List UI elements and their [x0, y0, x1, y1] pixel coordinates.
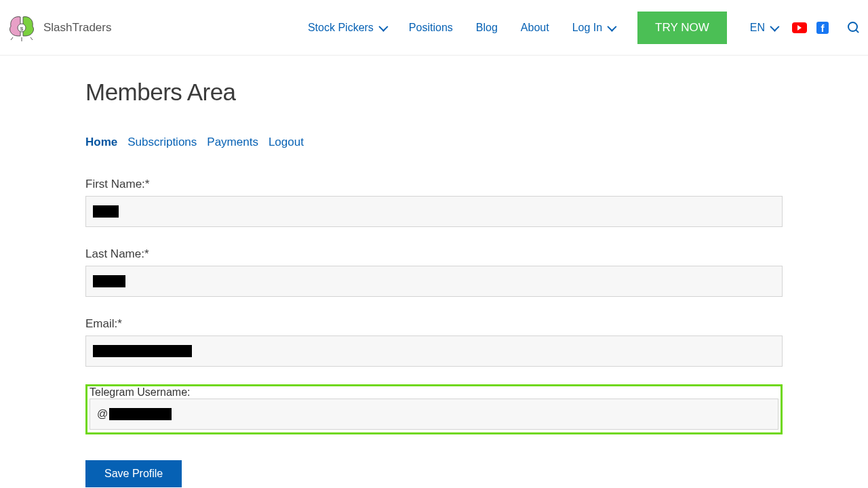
page-title: Members Area: [85, 79, 783, 106]
email-field: Email:*: [85, 317, 783, 367]
main-nav: Stock Pickers Positions Blog About Log I…: [308, 12, 777, 44]
nav-stock-pickers[interactable]: Stock Pickers: [308, 22, 386, 34]
member-tabs: Home Subscriptions Payments Logout: [85, 136, 783, 149]
facebook-icon[interactable]: f: [816, 22, 829, 34]
chevron-down-icon: [770, 22, 779, 31]
main-content: Members Area Home Subscriptions Payments…: [85, 56, 783, 488]
last-name-field: Last Name:*: [85, 247, 783, 297]
redacted-value: [93, 345, 192, 357]
nav-stock-pickers-label: Stock Pickers: [308, 22, 374, 34]
first-name-field: First Name:*: [85, 178, 783, 227]
redacted-value: [93, 275, 125, 287]
nav-language[interactable]: EN: [750, 22, 777, 34]
email-input[interactable]: [85, 336, 783, 367]
svg-line-3: [31, 37, 33, 40]
last-name-input[interactable]: [85, 266, 783, 297]
email-label: Email:*: [85, 317, 783, 331]
nav-login[interactable]: Log In: [572, 22, 614, 34]
chevron-down-icon: [378, 22, 388, 31]
tab-home[interactable]: Home: [85, 136, 117, 149]
chevron-down-icon: [607, 22, 616, 31]
brand-name: SlashTraders: [43, 21, 111, 35]
logo[interactable]: $ SlashTraders: [7, 13, 111, 43]
telegram-label: Telegram Username:: [90, 386, 191, 398]
youtube-icon[interactable]: [792, 22, 807, 33]
redacted-value: [109, 408, 172, 420]
nav-language-label: EN: [750, 22, 765, 34]
tab-logout[interactable]: Logout: [269, 136, 304, 149]
try-now-button[interactable]: TRY NOW: [637, 12, 727, 44]
svg-line-2: [11, 37, 13, 40]
svg-text:$: $: [20, 26, 24, 32]
first-name-label: First Name:*: [85, 178, 783, 191]
brain-icon: $: [7, 13, 39, 43]
header: $ SlashTraders Stock Pickers Positions B…: [0, 0, 868, 56]
last-name-label: Last Name:*: [85, 247, 783, 261]
header-social: f: [792, 22, 860, 34]
search-icon[interactable]: [848, 22, 860, 34]
telegram-prefix: @: [97, 408, 108, 420]
save-profile-button[interactable]: Save Profile: [85, 460, 182, 487]
nav-about[interactable]: About: [521, 22, 549, 34]
nav-login-label: Log In: [572, 22, 602, 34]
redacted-value: [93, 205, 119, 218]
telegram-highlight: Telegram Username: @: [85, 384, 783, 434]
telegram-input[interactable]: @: [90, 399, 778, 430]
tab-payments[interactable]: Payments: [207, 136, 258, 149]
nav-blog[interactable]: Blog: [476, 22, 498, 34]
nav-positions[interactable]: Positions: [409, 22, 453, 34]
first-name-input[interactable]: [85, 196, 783, 227]
tab-subscriptions[interactable]: Subscriptions: [127, 136, 197, 149]
